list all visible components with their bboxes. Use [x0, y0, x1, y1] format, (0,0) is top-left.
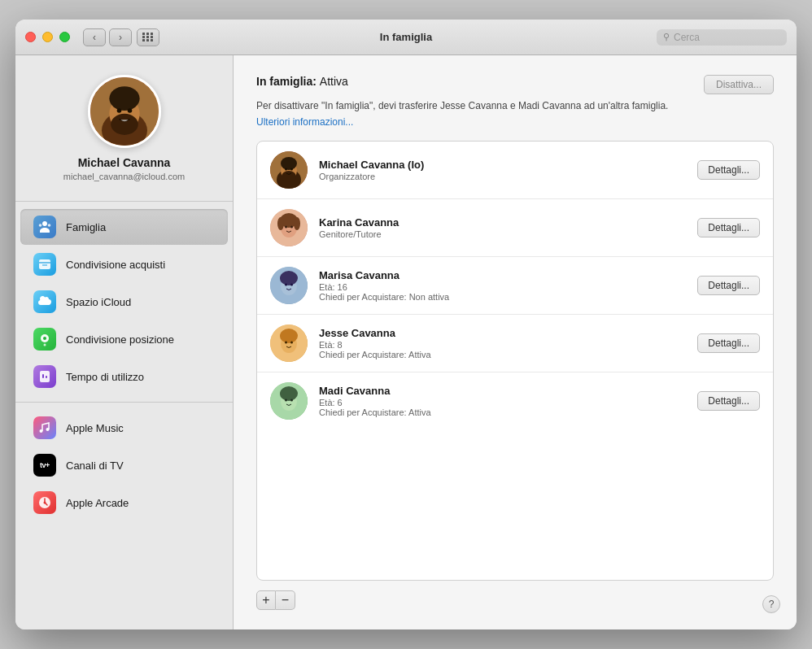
member-role-marisa: Età: 16 Chiedi per Acquistare: Non attiv…	[319, 282, 686, 302]
svg-point-48	[280, 386, 298, 401]
avatar-madi	[270, 382, 308, 420]
sidebar-item-music[interactable]: Apple Music	[20, 410, 228, 446]
bottom-buttons: + −	[256, 590, 774, 610]
search-box[interactable]: ⚲ Cerca	[657, 29, 787, 46]
sidebar-label-posizione: Condivisione posizione	[66, 333, 174, 346]
grid-button[interactable]	[137, 28, 159, 46]
member-info-marisa: Marisa Cavanna Età: 16 Chiedi per Acquis…	[319, 269, 686, 302]
details-button-madi[interactable]: Dettagli...	[697, 391, 760, 411]
avatar-image	[90, 75, 159, 148]
member-role-michael: Organizzatore	[319, 172, 686, 181]
help-button[interactable]: ?	[762, 595, 780, 613]
sidebar-item-tempo[interactable]: Tempo di utilizzo	[20, 359, 228, 394]
svg-rect-9	[39, 259, 50, 269]
member-info-michael: Michael Cavanna (Io) Organizzatore	[319, 159, 686, 181]
member-row-karina: Karina Cavanna Genitore/Tutore Dettagli.…	[257, 199, 773, 257]
svg-point-6	[127, 108, 132, 113]
more-info-link[interactable]: Ulteriori informazioni...	[256, 116, 774, 128]
member-info-madi: Madi Cavanna Età: 6 Chiedi per Acquistar…	[319, 385, 686, 417]
minimize-button[interactable]	[42, 32, 53, 42]
disattiva-button[interactable]: Disattiva...	[704, 75, 774, 94]
close-button[interactable]	[25, 32, 36, 42]
nav-buttons: ‹ ›	[83, 28, 132, 46]
member-role-madi: Età: 6 Chiedi per Acquistare: Attiva	[319, 398, 686, 417]
avatar-michael	[270, 151, 308, 189]
svg-point-35	[290, 225, 293, 228]
traffic-lights	[25, 32, 70, 42]
sidebar-label-arcade: Apple Arcade	[66, 497, 129, 509]
svg-point-32	[277, 217, 284, 230]
back-button[interactable]: ‹	[83, 28, 106, 46]
search-placeholder: Cerca	[674, 32, 700, 43]
sidebar-divider-2	[15, 402, 233, 403]
member-role-jesse: Età: 8 Chiedi per Acquistare: Attiva	[319, 340, 686, 359]
sidebar-item-tv[interactable]: tv+ Canali di TV	[20, 447, 228, 483]
status-value: Attiva	[320, 75, 348, 88]
sidebar-label-tempo: Tempo di utilizzo	[66, 371, 144, 383]
posizione-icon	[33, 328, 56, 351]
sidebar: Michael Cavanna michael_cavanna@icloud.c…	[15, 55, 234, 629]
member-row-madi: Madi Cavanna Età: 6 Chiedi per Acquistar…	[257, 372, 773, 429]
panel-header: In famiglia: Attiva Disattiva...	[256, 75, 774, 94]
maximize-button[interactable]	[59, 32, 70, 42]
member-row-marisa: Marisa Cavanna Età: 16 Chiedi per Acquis…	[257, 257, 773, 315]
members-list: Michael Cavanna (Io) Organizzatore Detta…	[256, 141, 774, 581]
famiglia-icon	[33, 216, 56, 238]
titlebar: ‹ › In famiglia ⚲ Cerca	[15, 20, 797, 55]
details-button-jesse[interactable]: Dettagli...	[697, 333, 760, 353]
svg-point-5	[116, 108, 121, 113]
svg-point-49	[285, 399, 287, 401]
svg-point-40	[290, 283, 293, 285]
svg-point-39	[285, 283, 287, 285]
panel-description: Per disattivare "In famiglia", devi tras…	[256, 99, 774, 113]
sidebar-divider-1	[15, 201, 233, 202]
svg-rect-17	[33, 416, 56, 439]
svg-point-26	[282, 171, 296, 182]
svg-point-18	[40, 429, 43, 433]
sidebar-label-tv: Canali di TV	[66, 460, 124, 472]
svg-point-45	[290, 341, 293, 343]
arcade-icon	[33, 491, 56, 514]
sidebar-label-icloud: Spazio iCloud	[66, 296, 131, 308]
window-title: In famiglia	[380, 31, 432, 43]
svg-point-8	[48, 224, 51, 227]
svg-point-25	[281, 157, 297, 170]
sidebar-label-music: Apple Music	[66, 422, 124, 434]
svg-point-44	[285, 341, 287, 343]
member-name-karina: Karina Cavanna	[319, 216, 686, 229]
member-name-madi: Madi Cavanna	[319, 385, 686, 397]
sidebar-item-famiglia[interactable]: Famiglia	[20, 209, 228, 245]
svg-point-12	[44, 344, 46, 346]
svg-point-4	[111, 114, 138, 135]
main-wrapper: In famiglia: Attiva Disattiva... Per dis…	[234, 55, 797, 629]
details-button-michael[interactable]: Dettagli...	[697, 160, 760, 180]
forward-button[interactable]: ›	[109, 28, 132, 46]
sidebar-item-posizione[interactable]: Condivisione posizione	[20, 321, 228, 357]
svg-point-50	[290, 399, 293, 401]
svg-point-34	[285, 225, 287, 228]
svg-point-28	[290, 168, 293, 170]
svg-point-33	[294, 217, 300, 230]
svg-rect-14	[42, 374, 44, 378]
tempo-icon	[33, 365, 56, 388]
sidebar-label-famiglia: Famiglia	[66, 221, 106, 233]
sidebar-item-arcade[interactable]: Apple Arcade	[20, 485, 228, 521]
acquisti-icon	[33, 253, 56, 276]
avatar-karina	[270, 209, 308, 246]
details-button-karina[interactable]: Dettagli...	[697, 218, 760, 237]
details-button-marisa[interactable]: Dettagli...	[697, 276, 760, 295]
icloud-icon	[33, 290, 56, 313]
member-info-karina: Karina Cavanna Genitore/Tutore	[319, 216, 686, 239]
svg-point-7	[39, 224, 42, 227]
svg-point-19	[46, 428, 50, 431]
remove-member-button[interactable]: −	[276, 590, 295, 610]
add-member-button[interactable]: +	[256, 590, 276, 610]
svg-rect-15	[46, 376, 47, 378]
search-icon: ⚲	[663, 32, 670, 42]
sidebar-item-acquisti[interactable]: Condivisione acquisti	[20, 246, 228, 282]
sidebar-item-icloud[interactable]: Spazio iCloud	[20, 284, 228, 320]
svg-rect-13	[40, 371, 50, 382]
svg-point-38	[280, 271, 298, 285]
music-icon	[33, 416, 56, 439]
grid-icon	[142, 33, 154, 41]
